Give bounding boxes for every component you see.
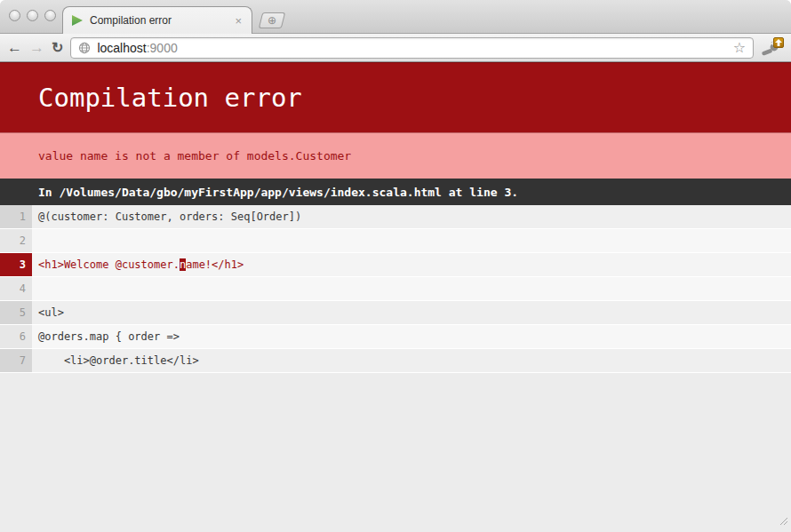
browser-tab[interactable]: Compilation error × [62, 6, 252, 34]
code-line: @orders.map { order => [32, 325, 791, 348]
code-line [32, 229, 791, 252]
source-line-row: 4 [0, 277, 791, 301]
source-line-row-error: 3 <h1>Welcome @customer.name!</h1> [0, 253, 791, 277]
source-line-row: 5 <ul> [0, 301, 791, 325]
code-line-error: <h1>Welcome @customer.name!</h1> [32, 253, 791, 276]
browser-toolbar: ← → ↻ localhost:9000 ☆ [0, 34, 791, 62]
forward-button[interactable]: → [29, 40, 44, 55]
source-code-listing: 1 @(customer: Customer, orders: Seq[Orde… [0, 205, 791, 373]
source-line-row: 1 @(customer: Customer, orders: Seq[Orde… [0, 205, 791, 229]
zoom-button[interactable] [44, 10, 56, 21]
line-number: 6 [0, 325, 32, 348]
play-framework-icon [71, 14, 84, 27]
source-line-row: 7 <li>@order.title</li> [0, 349, 791, 373]
line-number: 2 [0, 229, 32, 252]
back-button[interactable]: ← [7, 40, 22, 55]
error-message-banner: value name is not a member of models.Cus… [0, 133, 791, 179]
source-line-row: 6 @orders.map { order => [0, 325, 791, 349]
browser-titlebar: Compilation error × ⊕ [0, 0, 791, 34]
error-location-bar: In /Volumes/Data/gbo/myFirstApp/app/view… [0, 179, 791, 205]
line-number: 1 [0, 205, 32, 228]
plus-icon: ⊕ [268, 15, 276, 26]
update-badge [773, 37, 784, 48]
window-controls [9, 10, 56, 21]
line-number: 4 [0, 277, 32, 300]
settings-wrench-button[interactable] [761, 37, 784, 59]
tab-close-icon[interactable]: × [233, 15, 244, 27]
bookmark-star-icon[interactable]: ☆ [733, 41, 746, 55]
line-number: 5 [0, 301, 32, 324]
page-title: Compilation error [0, 62, 791, 133]
code-before-marker: <h1>Welcome @customer. [38, 258, 180, 271]
globe-icon [78, 42, 91, 54]
code-line [32, 277, 791, 300]
line-number: 3 [0, 253, 32, 276]
line-number: 7 [0, 349, 32, 372]
code-after-marker: ame!</h1> [186, 258, 244, 271]
url-host: localhost [97, 41, 146, 55]
resize-grip[interactable] [777, 512, 788, 529]
up-arrow-icon [775, 39, 782, 46]
code-line: <ul> [32, 301, 791, 324]
address-bar[interactable]: localhost:9000 ☆ [70, 37, 754, 59]
url-port: :9000 [147, 41, 178, 55]
page-content: Compilation error value name is not a me… [0, 62, 791, 532]
url-text[interactable]: localhost:9000 [97, 41, 726, 55]
reload-button[interactable]: ↻ [52, 41, 63, 55]
source-line-row: 2 [0, 229, 791, 253]
code-line: @(customer: Customer, orders: Seq[Order]… [32, 205, 791, 228]
tab-title: Compilation error [90, 14, 227, 27]
code-line: <li>@order.title</li> [32, 349, 791, 372]
browser-window: Compilation error × ⊕ ← → ↻ localhost:90… [0, 0, 791, 532]
new-tab-button[interactable]: ⊕ [259, 12, 285, 28]
close-button[interactable] [9, 10, 20, 21]
minimize-button[interactable] [27, 10, 38, 21]
